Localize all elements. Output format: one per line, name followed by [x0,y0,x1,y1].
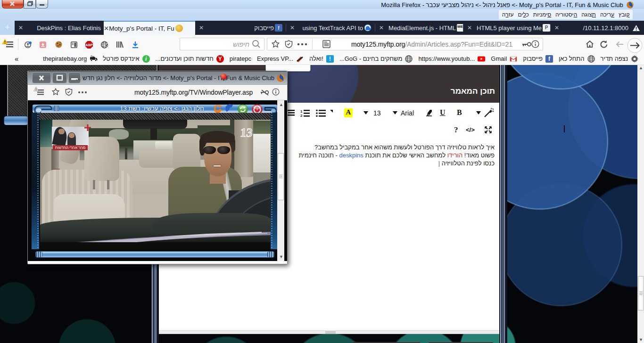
svg-text:1: 1 [300,109,303,114]
svg-text:2: 2 [300,114,303,117]
svg-text:ABP: ABP [86,43,93,47]
svg-text:13: 13 [240,126,253,139]
